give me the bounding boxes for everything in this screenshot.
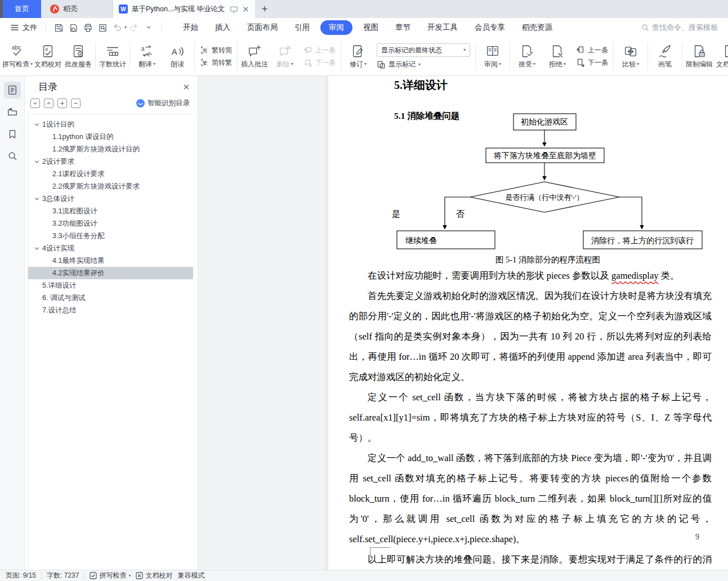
simp-to-trad-button[interactable]: 繁 简转繁	[200, 58, 232, 68]
doc-permission-button[interactable]: 文档权限	[714, 42, 728, 71]
status-doc-proof[interactable]: 文档校对	[136, 571, 172, 580]
expand-level-button[interactable]	[57, 99, 67, 108]
close-tab-icon[interactable]	[242, 6, 249, 13]
outline-panel-button[interactable]	[4, 82, 21, 99]
toc-item[interactable]: 3.3小组任务分配	[28, 230, 193, 242]
next-revision-button[interactable]: 下一条	[576, 58, 608, 68]
toc-item[interactable]: 2.1课程设计要求	[28, 168, 193, 180]
divider	[84, 573, 84, 579]
revise-button[interactable]: 修订▾	[343, 42, 373, 71]
insert-comment-button[interactable]: 插入批注	[239, 42, 270, 71]
print-button[interactable]	[81, 21, 95, 34]
command-search[interactable]: 查找命令、搜索模板	[641, 23, 721, 33]
word-count-button[interactable]: 字数统计	[97, 42, 128, 71]
close-toc-icon[interactable]: ✕	[182, 82, 190, 92]
toc-item[interactable]: 1.2俄罗斯方块游戏设计目的	[28, 143, 193, 155]
toc-item[interactable]: 3.1流程图设计	[28, 205, 193, 217]
page-indicator[interactable]: 页面: 9/15	[6, 571, 36, 580]
tab-dev-tools[interactable]: 开发工具	[419, 20, 466, 35]
tab-section[interactable]: 章节	[387, 20, 419, 35]
smart-toc-button[interactable]: 智能识别目录	[136, 99, 190, 108]
restrict-edit-button[interactable]: 限制编辑	[684, 42, 714, 71]
chevron-down-icon	[34, 159, 40, 165]
compare-button[interactable]: 比较▾	[615, 42, 646, 71]
toc-item[interactable]: 2.2俄罗斯方块游戏设计要求	[28, 180, 193, 193]
trad-to-simp-button[interactable]: 简 繁转简	[200, 46, 232, 55]
next-comment-icon	[303, 58, 312, 67]
chapter-nav-button[interactable]	[4, 104, 21, 120]
print-preview-button[interactable]	[95, 21, 110, 34]
divider	[682, 42, 682, 70]
new-tab-button[interactable]: +	[255, 0, 274, 18]
compat-mode-label[interactable]: 兼容模式	[177, 571, 204, 580]
tab-docer-resources[interactable]: 稻壳资源	[513, 20, 561, 35]
tab-view[interactable]: 视图	[355, 20, 387, 35]
save-button[interactable]	[51, 21, 66, 34]
toc-item[interactable]: 2设计要求	[28, 155, 193, 168]
show-marks-button[interactable]: 显示标记▾	[377, 60, 470, 69]
doc-proof-button[interactable]: a 文档校对	[33, 42, 63, 71]
tab-home[interactable]: 首页	[3, 0, 41, 18]
delete-comment-button[interactable]: 删除▾	[270, 42, 300, 71]
toc-item[interactable]: 3总体设计	[28, 193, 193, 205]
word-count-icon	[105, 44, 120, 59]
chevron-down-icon	[34, 122, 40, 128]
divider	[237, 42, 238, 70]
tab-review[interactable]: 审阅	[320, 20, 352, 35]
tab-references[interactable]: 引用	[286, 20, 318, 35]
read-aloud-button[interactable]: A 朗读	[162, 42, 193, 71]
bookmark-panel-button[interactable]	[4, 126, 21, 142]
document-body[interactable]: 在设计对应功能时，需要调用到方块的形状 pieces 参数以及 gamedisp…	[349, 266, 712, 570]
toc-item[interactable]: 5.详细设计	[28, 279, 193, 292]
toolbar-options-button[interactable]	[141, 21, 156, 34]
toc-item[interactable]: 1.1python 课设目的	[28, 131, 193, 143]
undo-button[interactable]	[110, 21, 124, 34]
document-canvas[interactable]: 5.详细设计 5.1 消除堆叠问题	[198, 76, 728, 570]
tab-home-label: 首页	[15, 4, 29, 14]
tab-start[interactable]: 开始	[175, 20, 207, 35]
document-page[interactable]: 5.详细设计 5.1 消除堆叠问题	[328, 76, 728, 570]
save-icon	[53, 23, 64, 33]
prev-comment-button[interactable]: 上一条	[303, 46, 336, 55]
toc-item[interactable]: 6. 调试与测试	[28, 292, 193, 304]
toc-item[interactable]: 3.2功能图设计	[28, 217, 193, 230]
file-menu-button[interactable]: 文件	[7, 23, 41, 33]
screen-share-icon[interactable]	[230, 5, 238, 14]
status-spell-check[interactable]: 拼写检查▾	[90, 571, 131, 580]
tab-docer[interactable]: 稻壳	[41, 0, 113, 18]
toc-item[interactable]: 7.设计总结	[28, 304, 193, 316]
doc-proof-icon: a	[41, 44, 55, 59]
svg-text:A: A	[172, 47, 177, 56]
translate-button[interactable]: a中 翻译▾	[132, 42, 162, 71]
toc-item[interactable]: 4设计实现	[28, 242, 193, 254]
expand-all-button[interactable]	[30, 99, 40, 108]
tab-insert[interactable]: 插入	[207, 20, 239, 35]
export-button[interactable]	[66, 21, 81, 34]
spell-check-button[interactable]: abc 拼写检查▾	[2, 42, 33, 71]
toc-item[interactable]: 4.1最终实现结果	[28, 254, 193, 267]
tab-document[interactable]: W 基于Python...与实现 毕业论文	[113, 0, 255, 18]
search-icon	[7, 151, 17, 161]
collapse-level-button[interactable]	[71, 99, 81, 108]
find-panel-button[interactable]	[4, 148, 21, 164]
accept-button[interactable]: 接受▾	[512, 42, 542, 71]
next-comment-button[interactable]: 下一条	[303, 58, 336, 68]
prev-comment-icon	[303, 46, 312, 55]
toc-item[interactable]: 1设计目的	[28, 118, 193, 131]
redo-button[interactable]	[127, 21, 141, 34]
tab-member[interactable]: 会员专享	[466, 20, 513, 35]
grading-service-icon	[71, 44, 86, 59]
print-preview-icon	[97, 23, 108, 33]
prev-revision-button[interactable]: 上一条	[576, 46, 608, 55]
chevron-down-icon	[34, 196, 40, 202]
grading-service-button[interactable]: 批改服务	[63, 42, 93, 71]
tab-page-layout[interactable]: 页面布局	[239, 20, 286, 35]
reject-button[interactable]: 拒绝▾	[542, 42, 573, 71]
marks-state-dropdown[interactable]: 显示标记的最终状态 ▾	[377, 43, 470, 57]
toc-item-selected[interactable]: 4.2实现结果评价	[28, 267, 193, 279]
word-count-indicator[interactable]: 字数: 7237	[47, 571, 79, 580]
review-button[interactable]: 审阅▾	[477, 42, 508, 71]
collapse-all-button[interactable]	[44, 99, 53, 108]
brush-button[interactable]: 画笔	[650, 42, 680, 71]
svg-text:a: a	[45, 46, 48, 52]
